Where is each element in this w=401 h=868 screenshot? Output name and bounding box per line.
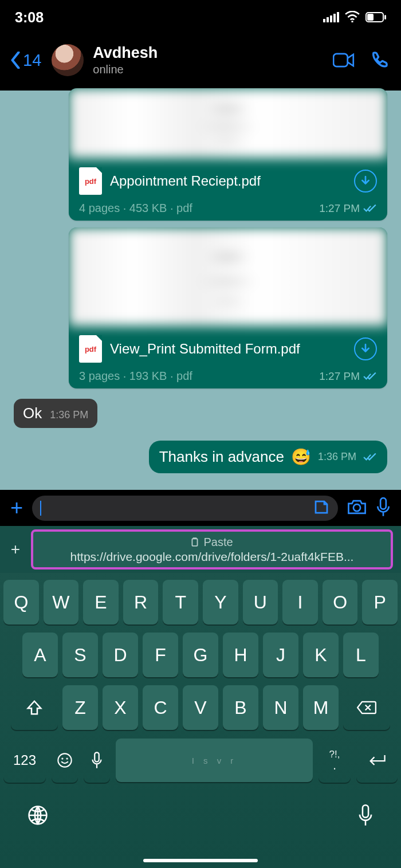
svg-rect-16 xyxy=(95,752,99,761)
document-name: Appointment Reciept.pdf xyxy=(110,173,346,190)
key-y[interactable]: Y xyxy=(203,580,238,625)
key-g[interactable]: G xyxy=(183,633,218,677)
keyboard-mic-button[interactable] xyxy=(357,804,374,828)
status-right xyxy=(323,9,386,26)
svg-point-15 xyxy=(67,759,68,759)
space-key[interactable]: I s v r xyxy=(116,739,313,782)
key-f[interactable]: F xyxy=(143,633,178,677)
back-button[interactable]: 14 xyxy=(10,51,41,70)
document-meta: 4 pages · 453 KB · pdf xyxy=(79,202,319,215)
document-bubble[interactable]: pdf View_Print Submitted Form.pdf 3 page… xyxy=(69,227,387,388)
avatar[interactable] xyxy=(52,44,84,76)
wifi-icon xyxy=(345,9,360,26)
document-thumbnail xyxy=(69,227,387,326)
key-r[interactable]: R xyxy=(123,580,159,625)
key-h[interactable]: H xyxy=(223,633,258,677)
svg-rect-1 xyxy=(327,17,329,22)
home-indicator[interactable] xyxy=(143,859,258,862)
clock: 3:08 xyxy=(15,9,44,26)
paste-suggestion[interactable]: Paste https://drive.google.com/drive/fol… xyxy=(31,529,393,569)
paste-label: Paste xyxy=(191,536,233,549)
contact-info[interactable]: Avdhesh online xyxy=(93,44,320,76)
key-d[interactable]: D xyxy=(103,633,138,677)
read-ticks-icon xyxy=(363,205,377,213)
key-b[interactable]: B xyxy=(223,685,258,730)
key-m[interactable]: M xyxy=(303,685,339,730)
signal-icon xyxy=(323,9,339,26)
pdf-icon: pdf xyxy=(79,167,102,195)
battery-icon xyxy=(365,9,386,26)
svg-rect-0 xyxy=(323,19,325,22)
keyboard-suggestion-bar: + Paste https://drive.google.com/drive/f… xyxy=(0,526,401,573)
return-key[interactable] xyxy=(356,738,398,783)
key-c[interactable]: C xyxy=(143,685,178,730)
message-time: 1:36 PM xyxy=(318,451,356,463)
emoji: 😅 xyxy=(291,447,311,466)
key-row-2: A S D F G H J K L xyxy=(3,633,398,677)
attach-button[interactable]: + xyxy=(10,496,23,520)
svg-rect-7 xyxy=(367,14,374,21)
contact-name: Avdhesh xyxy=(93,44,320,62)
svg-rect-4 xyxy=(337,12,339,22)
backspace-key[interactable] xyxy=(343,685,390,730)
document-meta: 3 pages · 193 KB · pdf xyxy=(79,370,319,383)
key-x[interactable]: X xyxy=(103,685,138,730)
svg-rect-9 xyxy=(333,54,348,66)
key-o[interactable]: O xyxy=(323,580,358,625)
svg-rect-12 xyxy=(192,539,198,546)
read-ticks-icon xyxy=(363,453,377,461)
svg-rect-8 xyxy=(384,15,386,19)
mic-button[interactable] xyxy=(376,497,391,519)
key-w[interactable]: W xyxy=(44,580,79,625)
download-button[interactable] xyxy=(354,170,377,193)
chat-area: pdf Appointment Reciept.pdf 4 pages · 45… xyxy=(0,91,401,490)
key-j[interactable]: J xyxy=(263,633,298,677)
key-a[interactable]: A xyxy=(22,633,58,677)
key-i[interactable]: I xyxy=(282,580,318,625)
message-in[interactable]: Ok 1:36 PM xyxy=(14,395,387,428)
shift-key[interactable] xyxy=(11,685,58,730)
download-button[interactable] xyxy=(354,337,377,360)
paste-url: https://drive.google.com/drive/folders/1… xyxy=(70,550,354,564)
globe-key[interactable] xyxy=(27,805,48,828)
pdf-icon: pdf xyxy=(79,335,102,363)
svg-point-5 xyxy=(351,20,353,22)
text-cursor xyxy=(40,501,41,516)
voice-call-button[interactable] xyxy=(368,49,391,72)
dictation-key[interactable] xyxy=(84,738,110,783)
key-p[interactable]: P xyxy=(362,580,398,625)
camera-button[interactable] xyxy=(347,499,367,517)
key-u[interactable]: U xyxy=(243,580,278,625)
key-v[interactable]: V xyxy=(183,685,218,730)
back-count: 14 xyxy=(23,51,41,70)
key-row-1: Q W E R T Y U I O P xyxy=(3,580,398,625)
punctuation-key[interactable]: ?!, . xyxy=(319,738,351,783)
svg-rect-18 xyxy=(363,805,368,818)
presence: online xyxy=(93,63,320,76)
key-n[interactable]: N xyxy=(263,685,298,730)
message-out[interactable]: Thanks in advance 😅 1:36 PM xyxy=(14,441,387,473)
emoji-key[interactable] xyxy=(52,738,78,783)
suggestion-add-button[interactable]: + xyxy=(0,540,31,559)
document-bubble[interactable]: pdf Appointment Reciept.pdf 4 pages · 45… xyxy=(69,88,387,221)
svg-rect-2 xyxy=(330,15,332,22)
key-q[interactable]: Q xyxy=(3,580,39,625)
key-row-3: Z X C V B N M xyxy=(3,685,398,730)
key-e[interactable]: E xyxy=(83,580,119,625)
video-call-button[interactable] xyxy=(332,49,355,72)
key-s[interactable]: S xyxy=(62,633,98,677)
key-t[interactable]: T xyxy=(163,580,198,625)
numbers-key[interactable]: 123 xyxy=(3,738,46,783)
document-name: View_Print Submitted Form.pdf xyxy=(110,341,346,358)
sticker-button[interactable] xyxy=(313,498,330,518)
key-l[interactable]: L xyxy=(343,633,379,677)
document-thumbnail xyxy=(69,88,387,158)
keyboard-bottom-row xyxy=(3,791,398,846)
status-bar: 3:08 xyxy=(0,0,401,34)
key-k[interactable]: K xyxy=(303,633,339,677)
keyboard: Q W E R T Y U I O P A S D F G H J K L Z … xyxy=(0,573,401,868)
svg-point-14 xyxy=(62,759,62,759)
message-time: 1:27 PM xyxy=(319,370,360,383)
key-z[interactable]: Z xyxy=(62,685,98,730)
message-input[interactable] xyxy=(32,496,338,521)
